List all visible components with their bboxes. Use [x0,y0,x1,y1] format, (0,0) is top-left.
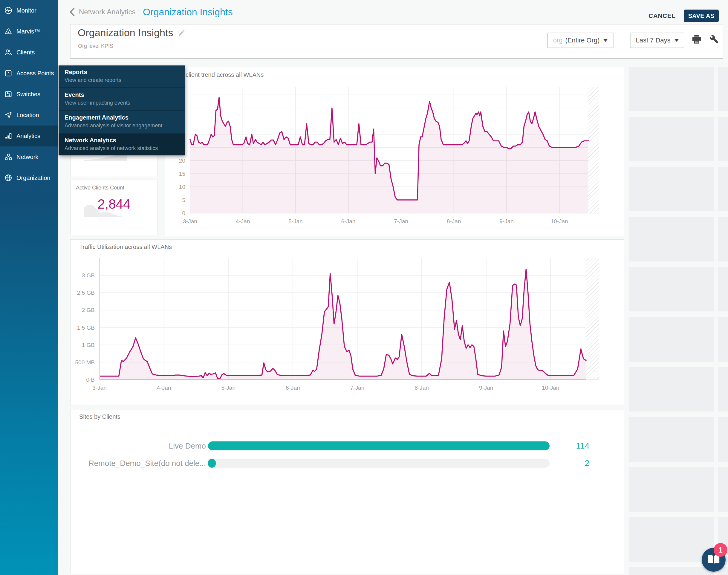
breadcrumb-section[interactable]: Network Analytics [79,8,135,16]
flyout-item-title: Engagement Analytics [65,114,179,121]
sidebar-item-label: Analytics [16,133,40,140]
svg-text:7-Jan: 7-Jan [350,385,365,391]
incomplete-data-hatch [586,258,599,379]
placeholder-card [629,167,714,211]
flyout-item-subtitle: View and create reports [65,77,179,83]
network-icon [4,153,12,161]
org-prefix-label: org [553,36,563,44]
settings-wrench-icon[interactable] [709,35,719,45]
cancel-button[interactable]: CANCEL [647,12,678,20]
chart-canvas: 3-Jan4-Jan5-Jan6-Jan7-Jan8-Jan9-Jan10-Ja… [71,240,625,406]
traffic-utilization-panel: 3-Jan4-Jan5-Jan6-Jan7-Jan8-Jan9-Jan10-Ja… [70,239,624,406]
svg-text:9-Jan: 9-Jan [499,218,514,225]
sidebar-item-switches[interactable]: Switches [0,84,58,105]
site-bar-track [208,459,550,468]
panel-title: Sites by Clients [79,413,120,420]
svg-text:10: 10 [179,184,185,190]
print-icon[interactable] [692,34,702,45]
help-button[interactable]: 1 [702,548,726,572]
placeholder-card [718,317,728,362]
placeholder-card [718,67,728,111]
flyout-item-reports[interactable]: ReportsView and create reports [59,65,185,87]
edit-pencil-icon[interactable] [178,29,185,37]
svg-text:7-Jan: 7-Jan [394,218,408,225]
flyout-item-subtitle: Advanced analysis of visitor engagement [65,123,179,129]
svg-text:6-Jan: 6-Jan [286,385,300,391]
flyout-item-title: Reports [65,69,179,76]
notification-badge: 1 [714,543,727,557]
svg-text:3-Jan: 3-Jan [92,385,107,391]
placeholder-card [629,267,714,311]
flyout-item-title: Network Analytics [65,137,179,144]
breadcrumb-current: Organization Insights [143,7,233,18]
svg-text:2.5 GB: 2.5 GB [77,290,95,296]
sidebar-item-label: Access Points [16,70,54,77]
sidebar-item-label: Network [16,154,38,161]
flyout-item-subtitle: Advanced analysis of network statistics [65,145,179,151]
flyout-item-engagement-analytics[interactable]: Engagement AnalyticsAdvanced analysis of… [59,110,185,133]
caret-down-icon [603,39,608,42]
placeholder-card [629,67,714,111]
clients-icon [4,48,12,57]
placeholder-card [718,167,728,211]
svg-text:4-Jan: 4-Jan [236,218,250,225]
page-subtitle: Org level KPIS [78,43,113,49]
sidebar-item-access-points[interactable]: Access Points [0,63,58,84]
site-bar-row: Live Demo114 [71,441,624,450]
placeholder-card [629,567,714,575]
placeholder-card [718,267,728,311]
svg-text:5: 5 [182,197,185,203]
svg-text:1.5 GB: 1.5 GB [77,325,95,331]
placeholder-card [629,217,714,262]
flyout-item-title: Events [65,92,179,98]
sidebar-item-marvis[interactable]: Marvis™ [0,21,58,42]
svg-text:10-Jan: 10-Jan [542,385,559,391]
org-value-label: (Entire Org) [565,36,599,44]
chevron-left-icon[interactable] [69,7,75,16]
org-scope-select[interactable]: org (Entire Org) [547,33,614,48]
svg-text:20: 20 [179,158,185,164]
sidebar-item-location[interactable]: Location [0,105,58,126]
placeholder-card [629,417,714,462]
site-bar-fill [208,441,550,450]
sidebar-item-label: Location [16,112,39,119]
client-trend-chart: 3-Jan4-Jan5-Jan6-Jan7-Jan8-Jan9-Jan10-Ja… [165,67,624,236]
site-bar-track [208,441,550,450]
svg-text:8-Jan: 8-Jan [447,218,461,225]
flyout-item-network-analytics[interactable]: Network AnalyticsAdvanced analysis of ne… [59,133,185,156]
sidebar: MonitorMarvis™ClientsAccess PointsSwitch… [0,0,58,575]
svg-text:15: 15 [179,171,185,177]
sidebar-item-monitor[interactable]: Monitor [0,0,58,21]
kpi-card-active-clients: Active Clients Count 2,844 [70,180,158,235]
placeholder-card [629,467,714,512]
sidebar-item-clients[interactable]: Clients [0,42,58,63]
monitor-icon [4,6,12,14]
site-bar-fill [208,459,216,468]
time-range-select[interactable]: Last 7 Days [630,33,684,48]
kpi-value: 2,844 [71,197,158,212]
sidebar-item-network[interactable]: Network [0,146,58,167]
save-as-button[interactable]: SAVE AS [684,9,719,22]
placeholder-card [629,367,714,411]
placeholder-card [629,317,714,362]
placeholder-card [718,467,728,512]
svg-text:0 B: 0 B [86,377,95,383]
placeholder-card [718,417,728,462]
panel-title: client trend across all WLANs [185,71,264,78]
analytics-flyout-menu: ReportsView and create reportsEventsView… [59,65,185,156]
svg-text:8-Jan: 8-Jan [415,385,429,391]
svg-text:6-Jan: 6-Jan [341,218,356,225]
location-icon [4,111,12,119]
svg-text:3-Jan: 3-Jan [183,218,197,225]
sidebar-nav: MonitorMarvis™ClientsAccess PointsSwitch… [0,0,58,188]
sidebar-item-analytics[interactable]: Analytics [0,126,58,146]
flyout-item-events[interactable]: EventsView user-impacting events [59,87,185,110]
traffic-utilization-chart: 3-Jan4-Jan5-Jan6-Jan7-Jan8-Jan9-Jan10-Ja… [71,240,624,406]
placeholder-card [718,217,728,262]
sidebar-item-organization[interactable]: Organization [0,167,58,188]
access-points-icon [4,69,12,77]
time-range-label: Last 7 Days [636,36,670,44]
sidebar-item-label: Organization [16,174,50,181]
site-label: Remote_Demo_Site(do not dele... [89,459,206,468]
kpi-label: Active Clients Count [76,185,124,191]
